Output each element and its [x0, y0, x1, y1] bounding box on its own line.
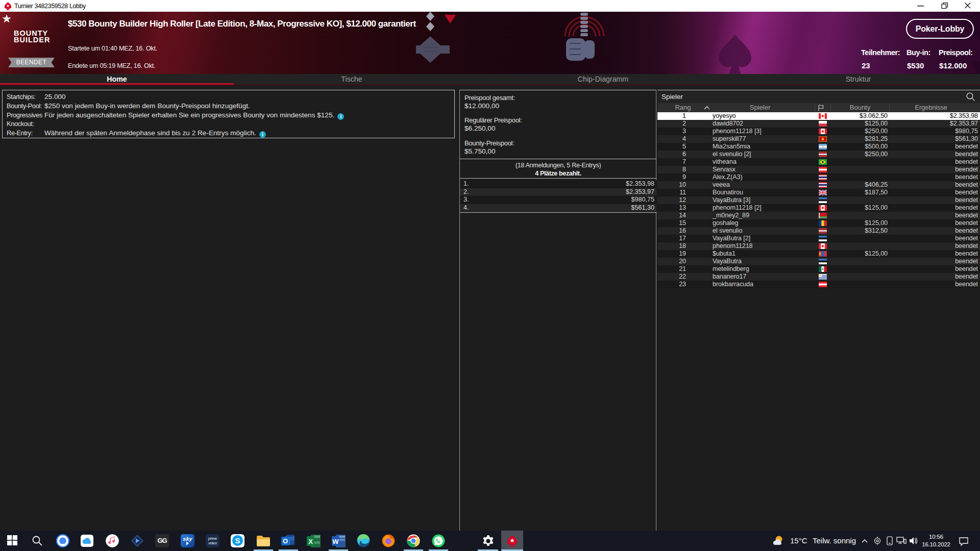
- svg-text:X: X: [308, 538, 313, 545]
- svg-text:O: O: [283, 537, 288, 545]
- svg-text:W: W: [332, 538, 339, 545]
